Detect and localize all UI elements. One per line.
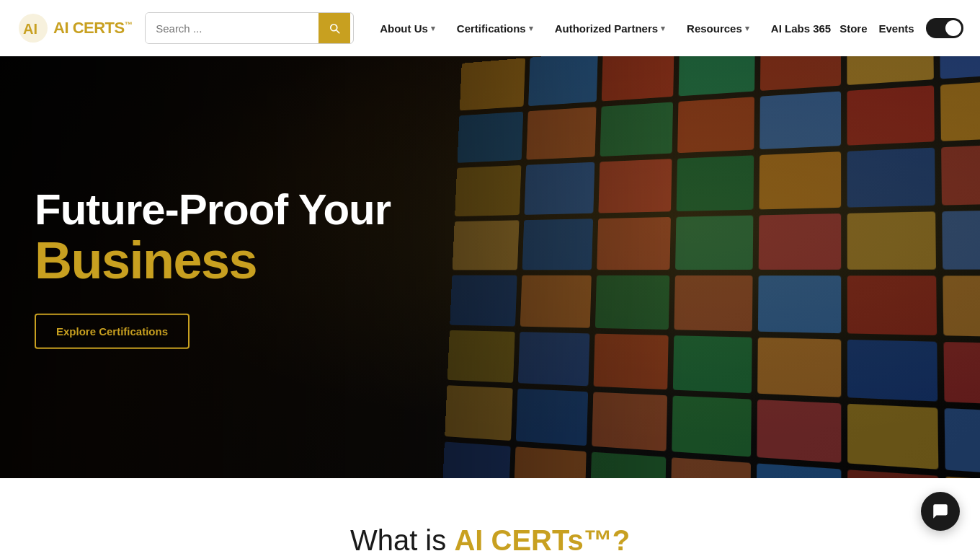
svg-text:AI: AI: [23, 21, 37, 37]
nav-item-ailabs[interactable]: AI Labs 365: [762, 17, 839, 40]
nav-item-partners[interactable]: Authorized Partners ▾: [546, 17, 674, 40]
dark-mode-toggle[interactable]: [926, 18, 963, 38]
nav-item-about[interactable]: About Us ▾: [371, 17, 444, 40]
nav-item-certifications[interactable]: Certifications ▾: [448, 17, 542, 40]
logo-text: AI CERTS™: [53, 19, 132, 38]
nav-links: About Us ▾ Certifications ▾ Authorized P…: [371, 17, 839, 40]
chat-bubble[interactable]: [921, 492, 960, 531]
search-icon: [328, 22, 341, 35]
navbar: AI AI CERTS™ About Us ▾ Certifications ▾…: [0, 0, 980, 56]
hero-content: Future-Proof Your Business Explore Certi…: [35, 185, 391, 349]
logo[interactable]: AI AI CERTS™: [17, 12, 132, 44]
hero-title-line2: Business: [35, 233, 391, 288]
hero-section: Future-Proof Your Business Explore Certi…: [0, 56, 980, 478]
partners-caret: ▾: [661, 24, 665, 33]
chat-icon: [931, 502, 950, 521]
toggle-circle: [945, 20, 961, 36]
search-button[interactable]: [318, 13, 350, 43]
hero-title-line1: Future-Proof Your: [35, 185, 391, 233]
nav-store[interactable]: Store: [839, 22, 867, 35]
search-form: [145, 12, 354, 44]
resources-caret: ▾: [745, 24, 749, 33]
search-input[interactable]: [146, 13, 318, 43]
what-section: What is AI CERTs™? AI CERTS™ offers role…: [0, 478, 980, 551]
nav-events[interactable]: Events: [879, 22, 914, 35]
nav-right: Store Events: [839, 18, 963, 38]
nav-item-resources[interactable]: Resources ▾: [678, 17, 758, 40]
about-caret: ▾: [431, 24, 435, 33]
certifications-caret: ▾: [529, 24, 533, 33]
explore-certifications-button[interactable]: Explore Certifications: [35, 314, 190, 349]
logo-icon: AI: [17, 12, 49, 44]
what-heading: What is AI CERTs™?: [86, 524, 894, 551]
